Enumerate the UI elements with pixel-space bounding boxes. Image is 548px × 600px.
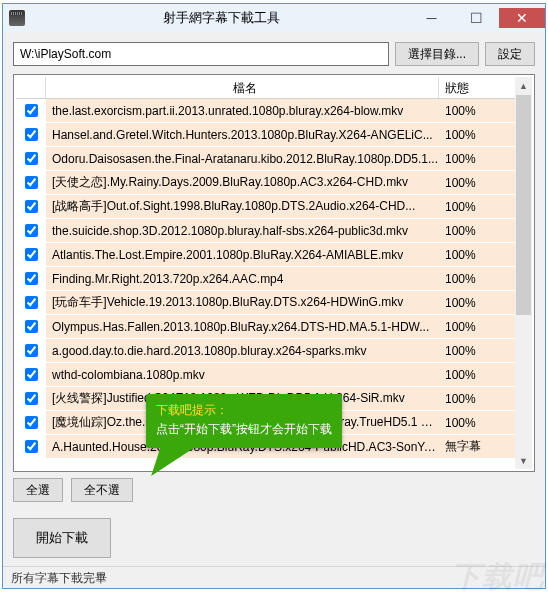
table-row[interactable]: Olympus.Has.Fallen.2013.1080p.BluRay.x26… bbox=[16, 315, 515, 339]
row-checkbox[interactable] bbox=[25, 440, 38, 453]
row-status: 100% bbox=[439, 296, 515, 310]
row-checkbox[interactable] bbox=[25, 104, 38, 117]
row-checkbox-cell bbox=[16, 315, 46, 338]
row-checkbox[interactable] bbox=[25, 416, 38, 429]
table-row[interactable]: the.suicide.shop.3D.2012.1080p.bluray.ha… bbox=[16, 219, 515, 243]
start-download-button[interactable]: 開始下載 bbox=[13, 518, 111, 558]
row-filename: [战略高手]Out.of.Sight.1998.BluRay.1080p.DTS… bbox=[46, 198, 439, 215]
row-checkbox-cell bbox=[16, 291, 46, 314]
row-checkbox[interactable] bbox=[25, 272, 38, 285]
row-checkbox[interactable] bbox=[25, 320, 38, 333]
select-none-button[interactable]: 全不選 bbox=[71, 478, 133, 502]
scroll-up-icon[interactable]: ▲ bbox=[515, 77, 532, 94]
row-status: 100% bbox=[439, 272, 515, 286]
app-icon bbox=[9, 10, 25, 26]
row-status: 100% bbox=[439, 416, 515, 430]
content-area: 選擇目錄... 設定 檔名 狀態 the.last.exorcism.part.… bbox=[3, 32, 545, 566]
table-row[interactable]: [战略高手]Out.of.Sight.1998.BluRay.1080p.DTS… bbox=[16, 195, 515, 219]
row-checkbox-cell bbox=[16, 171, 46, 194]
path-input[interactable] bbox=[13, 42, 389, 66]
row-checkbox-cell bbox=[16, 195, 46, 218]
row-checkbox-cell bbox=[16, 219, 46, 242]
row-checkbox-cell bbox=[16, 339, 46, 362]
row-status: 100% bbox=[439, 224, 515, 238]
table-row[interactable]: Finding.Mr.Right.2013.720p.x264.AAC.mp41… bbox=[16, 267, 515, 291]
row-checkbox[interactable] bbox=[25, 248, 38, 261]
row-status: 100% bbox=[439, 392, 515, 406]
row-status: 100% bbox=[439, 344, 515, 358]
path-row: 選擇目錄... 設定 bbox=[13, 42, 535, 66]
row-filename: [天使之恋].My.Rainy.Days.2009.BluRay.1080p.A… bbox=[46, 174, 439, 191]
tooltip-body: 点击“开始下载”按钮才会开始下载 bbox=[156, 420, 332, 439]
maximize-button[interactable]: ☐ bbox=[454, 8, 499, 28]
row-checkbox-cell bbox=[16, 411, 46, 434]
hint-tooltip: 下载吧提示： 点击“开始下载”按钮才会开始下载 bbox=[146, 394, 342, 448]
row-filename: the.suicide.shop.3D.2012.1080p.bluray.ha… bbox=[46, 224, 439, 238]
row-filename: the.last.exorcism.part.ii.2013.unrated.1… bbox=[46, 104, 439, 118]
table-row[interactable]: a.good.day.to.die.hard.2013.1080p.bluray… bbox=[16, 339, 515, 363]
row-status: 100% bbox=[439, 176, 515, 190]
row-status: 100% bbox=[439, 320, 515, 334]
row-status: 100% bbox=[439, 104, 515, 118]
row-checkbox[interactable] bbox=[25, 344, 38, 357]
table-row[interactable]: [天使之恋].My.Rainy.Days.2009.BluRay.1080p.A… bbox=[16, 171, 515, 195]
list-header: 檔名 狀態 bbox=[16, 77, 515, 99]
scrollbar[interactable]: ▲ ▼ bbox=[515, 77, 532, 469]
selection-row: 全選 全不選 bbox=[13, 478, 535, 502]
row-filename: Olympus.Has.Fallen.2013.1080p.BluRay.x26… bbox=[46, 320, 439, 334]
col-status[interactable]: 狀態 bbox=[439, 77, 515, 98]
scroll-track[interactable] bbox=[515, 316, 532, 452]
scroll-down-icon[interactable]: ▼ bbox=[515, 452, 532, 469]
watermark: 下载吧 bbox=[451, 557, 544, 598]
row-filename: wthd-colombiana.1080p.mkv bbox=[46, 368, 439, 382]
minimize-button[interactable]: ─ bbox=[409, 8, 454, 28]
tooltip-title: 下载吧提示： bbox=[156, 401, 332, 420]
row-status: 100% bbox=[439, 248, 515, 262]
window-buttons: ─ ☐ ✕ bbox=[409, 8, 545, 28]
table-row[interactable]: Hansel.and.Gretel.Witch.Hunters.2013.108… bbox=[16, 123, 515, 147]
row-checkbox-cell bbox=[16, 147, 46, 170]
table-row[interactable]: [玩命车手]Vehicle.19.2013.1080p.BluRay.DTS.x… bbox=[16, 291, 515, 315]
row-checkbox[interactable] bbox=[25, 200, 38, 213]
row-checkbox[interactable] bbox=[25, 176, 38, 189]
table-row[interactable]: the.last.exorcism.part.ii.2013.unrated.1… bbox=[16, 99, 515, 123]
row-status: 100% bbox=[439, 128, 515, 142]
row-checkbox[interactable] bbox=[25, 368, 38, 381]
row-checkbox[interactable] bbox=[25, 296, 38, 309]
row-checkbox-cell bbox=[16, 435, 46, 458]
row-checkbox[interactable] bbox=[25, 224, 38, 237]
row-status: 100% bbox=[439, 368, 515, 382]
close-button[interactable]: ✕ bbox=[499, 8, 545, 28]
row-checkbox[interactable] bbox=[25, 392, 38, 405]
row-filename: [玩命车手]Vehicle.19.2013.1080p.BluRay.DTS.x… bbox=[46, 294, 439, 311]
row-checkbox-cell bbox=[16, 243, 46, 266]
row-checkbox-cell bbox=[16, 363, 46, 386]
col-filename[interactable]: 檔名 bbox=[46, 77, 439, 98]
titlebar: 射手網字幕下載工具 ─ ☐ ✕ bbox=[3, 4, 545, 32]
table-row[interactable]: Atlantis.The.Lost.Empire.2001.1080p.BluR… bbox=[16, 243, 515, 267]
app-window: 射手網字幕下載工具 ─ ☐ ✕ 選擇目錄... 設定 檔名 狀態 the.las… bbox=[2, 3, 546, 589]
row-checkbox-cell bbox=[16, 99, 46, 122]
row-filename: Odoru.Daisosasen.the.Final-Aratanaru.kib… bbox=[46, 152, 439, 166]
row-status: 100% bbox=[439, 200, 515, 214]
row-filename: a.good.day.to.die.hard.2013.1080p.bluray… bbox=[46, 344, 439, 358]
select-all-button[interactable]: 全選 bbox=[13, 478, 63, 502]
table-row[interactable]: wthd-colombiana.1080p.mkv100% bbox=[16, 363, 515, 387]
browse-button[interactable]: 選擇目錄... bbox=[395, 42, 479, 66]
row-checkbox[interactable] bbox=[25, 152, 38, 165]
settings-button[interactable]: 設定 bbox=[485, 42, 535, 66]
col-checkbox bbox=[16, 77, 46, 98]
start-row: 開始下載 bbox=[13, 518, 535, 558]
row-checkbox[interactable] bbox=[25, 128, 38, 141]
row-status: 無字幕 bbox=[439, 438, 515, 455]
row-checkbox-cell bbox=[16, 387, 46, 410]
row-filename: Finding.Mr.Right.2013.720p.x264.AAC.mp4 bbox=[46, 272, 439, 286]
row-filename: Atlantis.The.Lost.Empire.2001.1080p.BluR… bbox=[46, 248, 439, 262]
row-checkbox-cell bbox=[16, 123, 46, 146]
row-status: 100% bbox=[439, 152, 515, 166]
row-checkbox-cell bbox=[16, 267, 46, 290]
row-filename: Hansel.and.Gretel.Witch.Hunters.2013.108… bbox=[46, 128, 439, 142]
table-row[interactable]: Odoru.Daisosasen.the.Final-Aratanaru.kib… bbox=[16, 147, 515, 171]
window-title: 射手網字幕下載工具 bbox=[33, 9, 409, 27]
scroll-thumb[interactable] bbox=[516, 95, 531, 315]
